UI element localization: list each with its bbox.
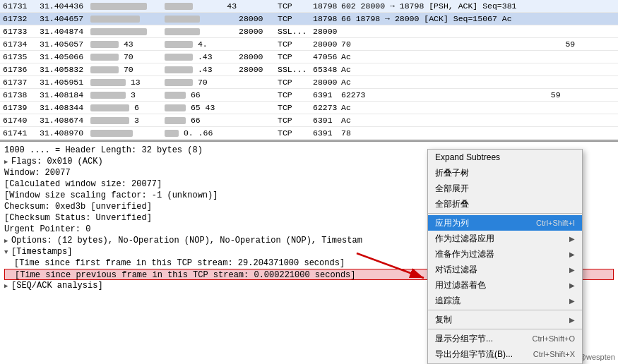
packet-row[interactable]: 61738 31.408184 3 66 TCP 6391 62273 59 [0, 89, 618, 102]
menu-separator [428, 329, 582, 329]
menu-separator [428, 310, 582, 310]
expand-icon: ▶ [4, 157, 11, 167]
expand-icon: ▼ [4, 247, 11, 257]
menu-item-export-bytes[interactable]: 导出分组字节流(B)... Ctrl+Shift+X [428, 346, 582, 362]
packet-row[interactable]: 61737 31.405951 13 70 TCP 28000 Ac [0, 76, 618, 89]
detail-panel: 1000 .... = Header Length: 32 bytes (8) … [0, 140, 618, 364]
packet-row[interactable]: 61735 31.405066 70 .43 28000 TCP 47056 A… [0, 51, 618, 63]
packet-row[interactable]: 61731 31.404436 43 TCP 18798 602 28000 →… [0, 0, 618, 13]
packet-row[interactable]: 61736 31.405832 70 .43 28000 SSL... 6534… [0, 63, 618, 76]
menu-item-prepare-filter[interactable]: 准备作为过滤器 ▶ [428, 246, 582, 262]
packet-table: 61731 31.404436 43 TCP 18798 602 28000 →… [0, 0, 618, 140]
expand-icon: ▶ [4, 281, 11, 291]
menu-item-apply-as-filter[interactable]: 作为过滤器应用 ▶ [428, 231, 582, 246]
menu-item-collapse-all[interactable]: 全部折叠 [428, 196, 582, 212]
packet-row[interactable]: 61734 31.405057 43 4. TCP 28000 70 59 [0, 38, 618, 51]
menu-item-expand-subtrees[interactable]: Expand Subtrees [428, 150, 582, 165]
menu-item-expand-all[interactable]: 全部展开 [428, 181, 582, 196]
main-container: 61731 31.404436 43 TCP 18798 602 28000 →… [0, 0, 618, 364]
menu-item-apply-as-column[interactable]: 应用为列 Ctrl+Shift+I [428, 215, 582, 231]
packet-row[interactable]: 61739 31.408344 6 65 43 TCP 62273 Ac [0, 102, 618, 114]
packet-row[interactable]: 61733 31.404874 28000 SSL... 28000 [0, 25, 618, 38]
menu-item-colorize-filter[interactable]: 用过滤器着色 ▶ [428, 277, 582, 293]
menu-separator [428, 213, 582, 214]
packet-row[interactable]: 61740 31.408674 3 66 TCP 6391 Ac [0, 114, 618, 127]
menu-item-follow-stream[interactable]: 追踪流 ▶ [428, 293, 582, 308]
packet-row[interactable]: 61732 31.404657 28000 TCP 18798 66 18798… [0, 13, 618, 25]
menu-item-copy[interactable]: 复制 ▶ [428, 312, 582, 327]
menu-item-collapse-subtree[interactable]: 折叠子树 [428, 165, 582, 181]
menu-item-show-packet-bytes[interactable]: 显示分组字节... Ctrl+Shift+O [428, 331, 582, 346]
menu-item-conversation-filter[interactable]: 对话过滤器 ▶ [428, 262, 582, 277]
expand-icon: ▶ [4, 236, 11, 246]
context-menu: Expand Subtrees 折叠子树 全部展开 全部折叠 应用为列 Ctrl… [427, 149, 583, 364]
packet-row[interactable]: 61741 31.408970 0. .66 TCP 6391 78 [0, 127, 618, 140]
